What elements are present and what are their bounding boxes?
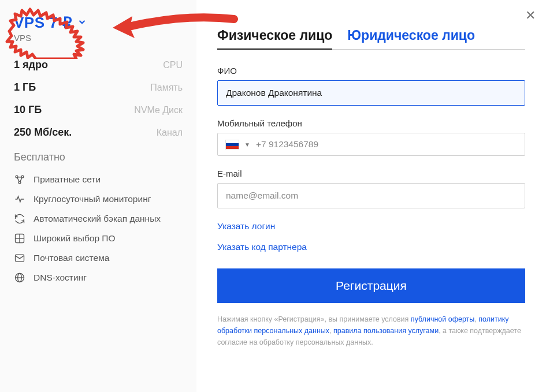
page-layout: VPS 7 ₽ VPS 1 ядроCPU 1 ГБПамять 10 ГБNV… (0, 0, 546, 392)
monitor-icon (14, 193, 25, 205)
phone-placeholder-text: +7 9123456789 (256, 139, 318, 150)
spec-row: 250 Мб/сек.Канал (14, 126, 183, 139)
fio-label: ФИО (217, 66, 525, 76)
tabs: Физическое лицо Юридическое лицо (217, 28, 525, 50)
plan-subtitle: VPS (14, 33, 183, 43)
software-icon (14, 233, 25, 244)
field-fio: ФИО (217, 66, 525, 106)
email-label: E-mail (217, 169, 525, 178)
caret-down-icon[interactable]: ▼ (244, 141, 250, 148)
specify-login-link[interactable]: Указать логин (217, 221, 275, 232)
dns-icon (14, 272, 25, 283)
feature-item: DNS-хостинг (14, 272, 183, 283)
feature-item: Широкий выбор ПО (14, 233, 183, 244)
fio-input[interactable] (217, 80, 525, 106)
sidebar: VPS 7 ₽ VPS 1 ядроCPU 1 ГБПамять 10 ГБNV… (0, 0, 196, 392)
svg-point-0 (16, 176, 18, 178)
email-input[interactable] (217, 183, 525, 208)
mail-icon (14, 252, 25, 264)
spec-row: 10 ГБNVMe Диск (14, 104, 183, 116)
network-icon (14, 174, 25, 185)
free-section-label: Бесплатно (14, 151, 183, 163)
svg-point-2 (18, 181, 21, 184)
feature-item: Автоматический бэкап данных (14, 213, 183, 225)
field-email: E-mail (217, 169, 525, 208)
backup-icon (14, 213, 25, 225)
close-icon[interactable]: ✕ (525, 8, 536, 23)
feature-item: Приватные сети (14, 174, 183, 185)
tab-legal[interactable]: Юридическое лицо (347, 28, 475, 49)
spec-row: 1 ядроCPU (14, 59, 183, 71)
feature-item: Круглосуточный мониторинг (14, 193, 183, 205)
field-phone: Мобильный телефон ▼ +7 9123456789 (217, 118, 525, 156)
tab-individual[interactable]: Физическое лицо (217, 28, 332, 49)
svg-point-1 (21, 176, 24, 178)
main-panel: ✕ Физическое лицо Юридическое лицо ФИО М… (196, 0, 546, 392)
phone-input-wrapper[interactable]: ▼ +7 9123456789 (217, 133, 525, 156)
disclaimer-text: Нажимая кнопку «Регистрация», вы принима… (217, 313, 525, 348)
country-flag-icon[interactable] (226, 140, 239, 149)
terms-link[interactable]: правила пользования услугами (333, 327, 439, 335)
feature-item: Почтовая система (14, 252, 183, 264)
offer-link[interactable]: публичной оферты (411, 315, 474, 323)
chevron-down-icon (77, 17, 87, 29)
plan-title: VPS 7 ₽ (14, 14, 72, 32)
plan-header: VPS 7 ₽ VPS (14, 14, 183, 43)
register-button[interactable]: Регистрация (217, 268, 525, 303)
plan-selector[interactable]: VPS 7 ₽ (14, 14, 183, 32)
spec-row: 1 ГБПамять (14, 81, 183, 94)
specify-partner-link[interactable]: Указать код партнера (217, 242, 307, 252)
svg-rect-6 (16, 255, 24, 262)
phone-label: Мобильный телефон (217, 118, 525, 128)
